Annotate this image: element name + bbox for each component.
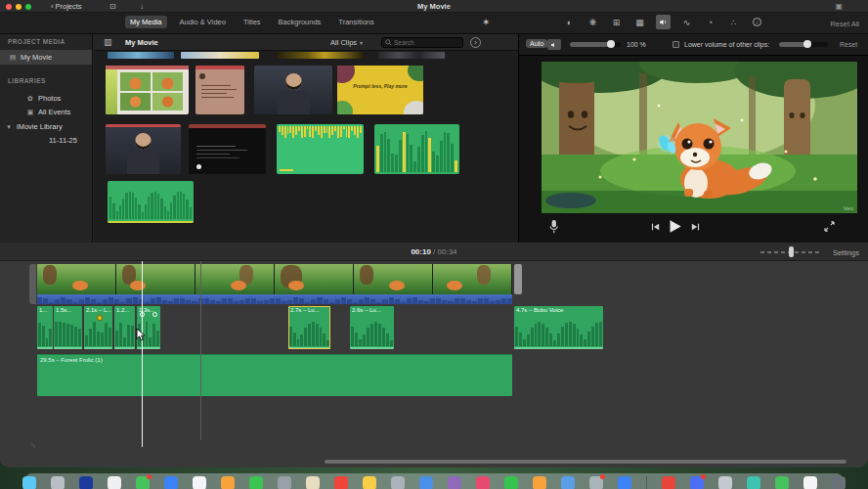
filmstrip-frame[interactable] bbox=[433, 264, 512, 294]
dock-icon[interactable] bbox=[504, 476, 518, 489]
media-thumbnail-presenter-video[interactable] bbox=[106, 124, 181, 174]
previous-frame-button[interactable] bbox=[650, 222, 660, 232]
filmstrip-frame[interactable] bbox=[116, 264, 195, 294]
fullscreen-icon[interactable] bbox=[824, 221, 835, 232]
dock-icon[interactable] bbox=[51, 476, 65, 489]
timeline-audio-clip[interactable]: 4.7s – Bobo Voice bbox=[514, 306, 603, 349]
timeline-audio-clip[interactable]: 2.1s – L... bbox=[84, 306, 112, 349]
dock-icon[interactable] bbox=[79, 476, 93, 489]
dock-icon[interactable] bbox=[832, 476, 846, 489]
horizontal-scrollbar[interactable] bbox=[325, 460, 846, 464]
clip-filter-dropdown[interactable]: All Clips ▾ bbox=[330, 38, 363, 47]
dock-icon[interactable] bbox=[803, 476, 817, 489]
media-thumbnail-terminal-window[interactable] bbox=[189, 124, 266, 174]
sidebar-item-all-events[interactable]: ▣ All Events bbox=[0, 105, 92, 119]
dock-icon[interactable] bbox=[108, 476, 121, 489]
media-thumbnail-partial[interactable] bbox=[108, 52, 174, 59]
dock-icon[interactable] bbox=[448, 476, 461, 489]
keyframe-handle-icon[interactable] bbox=[152, 312, 157, 317]
dock-icon[interactable] bbox=[249, 476, 263, 489]
tab-transitions[interactable]: Transitions bbox=[333, 16, 378, 28]
search-box[interactable] bbox=[381, 37, 463, 48]
dock-icon[interactable] bbox=[306, 476, 320, 489]
record-voiceover-icon[interactable] bbox=[548, 219, 559, 234]
playhead[interactable] bbox=[142, 261, 143, 447]
dock-icon[interactable] bbox=[476, 476, 490, 489]
sidebar-item-imovie-library[interactable]: ▾ iMovie Library bbox=[0, 119, 92, 134]
dock-icon[interactable] bbox=[136, 476, 150, 489]
play-button[interactable] bbox=[668, 219, 682, 234]
auto-volume-button[interactable]: Auto bbox=[526, 39, 547, 48]
reset-all-button[interactable]: Reset All bbox=[830, 20, 859, 28]
media-thumbnail-presenter-video[interactable] bbox=[254, 66, 332, 114]
next-frame-button[interactable] bbox=[691, 222, 701, 232]
timeline-audio-clip[interactable]: 2.6s – Lu... bbox=[350, 306, 394, 349]
info-icon[interactable]: i bbox=[750, 15, 764, 29]
clip-filter-icon[interactable]: ∴ bbox=[726, 15, 741, 29]
dock-icon[interactable] bbox=[533, 476, 546, 489]
media-thumbnail-partial[interactable] bbox=[181, 52, 259, 59]
sidebar-item-photos[interactable]: ✿ Photos bbox=[0, 91, 92, 106]
lower-volume-checkbox[interactable] bbox=[673, 41, 679, 48]
speed-icon[interactable]: ◔ bbox=[703, 15, 717, 29]
media-thumbnail-partial[interactable] bbox=[277, 52, 364, 59]
noise-reduction-icon[interactable]: ∿ bbox=[679, 15, 694, 29]
media-thumbnail-screen-recording[interactable] bbox=[106, 66, 189, 114]
volume-slider[interactable] bbox=[570, 42, 621, 47]
dock-icon[interactable] bbox=[690, 476, 704, 489]
settings-button[interactable]: Settings bbox=[833, 248, 859, 257]
dock-icon[interactable] bbox=[589, 476, 603, 489]
dock-icon[interactable] bbox=[363, 476, 376, 489]
dock-icon[interactable] bbox=[278, 476, 291, 489]
dock-icon[interactable] bbox=[747, 476, 760, 489]
dock-icon[interactable] bbox=[561, 476, 575, 489]
media-thumbnail-audio-clip[interactable] bbox=[374, 124, 459, 174]
forward-circle-icon[interactable]: › bbox=[470, 37, 481, 48]
crop-icon[interactable]: ⊞ bbox=[609, 15, 624, 29]
dock-icon[interactable] bbox=[419, 476, 433, 489]
media-thumbnail-notes-window[interactable] bbox=[195, 66, 244, 114]
color-balance-icon[interactable]: ◐ bbox=[562, 15, 577, 29]
color-correction-icon[interactable]: ❋ bbox=[586, 15, 600, 29]
sidebar-item-event-date[interactable]: 11-11-25 bbox=[0, 133, 92, 148]
media-thumbnail-audio-clip[interactable] bbox=[277, 124, 364, 174]
timeline-audio-clip[interactable]: 1.5s... bbox=[54, 306, 82, 349]
media-thumbnail-yellow-slide[interactable]: Prompt less, Play more bbox=[337, 66, 423, 114]
filmstrip-frame[interactable] bbox=[37, 264, 116, 294]
window-tile-icon[interactable]: ▣ bbox=[835, 0, 843, 13]
timeline-audio-clip[interactable]: 1... bbox=[37, 306, 53, 349]
clip-trim-handle[interactable] bbox=[29, 264, 36, 304]
ducking-slider[interactable] bbox=[779, 42, 828, 47]
filmstrip-frame[interactable] bbox=[195, 264, 275, 294]
dock-icon[interactable] bbox=[164, 476, 178, 489]
dock-icon[interactable] bbox=[662, 476, 675, 489]
dock-icon[interactable] bbox=[334, 476, 348, 489]
tab-titles[interactable]: Titles bbox=[239, 16, 266, 28]
dock-icon[interactable] bbox=[391, 476, 405, 489]
dock-icon[interactable] bbox=[718, 476, 732, 489]
filmstrip-frame[interactable] bbox=[354, 264, 433, 294]
dock-icon[interactable] bbox=[193, 476, 206, 489]
volume-icon[interactable] bbox=[656, 15, 671, 29]
dock-icon[interactable] bbox=[22, 476, 36, 489]
dock-icon[interactable] bbox=[221, 476, 235, 489]
filmstrip-frame[interactable] bbox=[275, 264, 354, 294]
media-thumbnail-audio-clip[interactable] bbox=[108, 181, 194, 223]
timeline-music-clip[interactable]: 29.5s – Forest Frolic (1) bbox=[37, 354, 512, 396]
timeline-filmstrip[interactable] bbox=[37, 264, 512, 294]
timeline-audio-clip[interactable]: 1.2... bbox=[114, 306, 135, 349]
reset-button[interactable]: Reset bbox=[840, 41, 857, 48]
tab-backgrounds[interactable]: Backgrounds bbox=[274, 16, 326, 28]
timeline-video-audio-track[interactable] bbox=[37, 294, 512, 304]
timeline-zoom-knob[interactable] bbox=[789, 246, 794, 257]
stabilization-icon[interactable]: ▦ bbox=[632, 15, 647, 29]
clip-trim-handle[interactable] bbox=[514, 264, 522, 294]
media-thumbnail-partial[interactable] bbox=[378, 52, 445, 59]
tab-my-media[interactable]: My Media bbox=[125, 16, 167, 28]
mute-button[interactable] bbox=[547, 39, 561, 50]
clip-marker-icon[interactable] bbox=[97, 315, 103, 321]
sidebar-item-my-movie[interactable]: ▤ My Movie bbox=[0, 50, 92, 65]
search-input[interactable] bbox=[394, 39, 459, 46]
timeline[interactable]: 1...1.5s...2.1s – L...1.2...1.3s...2.7s … bbox=[0, 261, 868, 467]
timeline-audio-clip[interactable]: 2.7s – Lu... bbox=[288, 306, 330, 349]
